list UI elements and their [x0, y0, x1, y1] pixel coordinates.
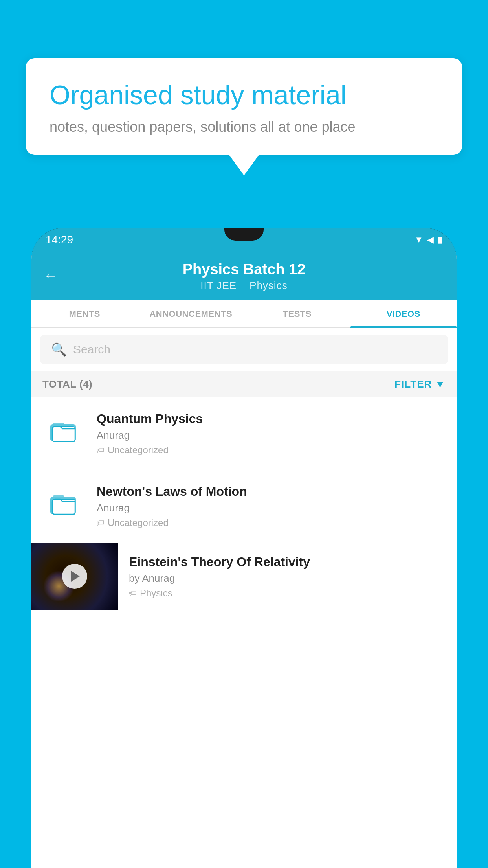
status-bar: 14:29 ▼ ◀ ▮	[31, 228, 457, 252]
video-title: Newton's Laws of Motion	[97, 484, 446, 499]
wifi-icon: ▼	[415, 235, 423, 245]
video-title: Einstein's Theory Of Relativity	[129, 555, 446, 569]
video-thumbnail	[31, 543, 118, 610]
phone-screen: ← Physics Batch 12 IIT JEE Physics MENTS…	[31, 252, 457, 868]
tag-icon: 🏷	[97, 519, 105, 528]
video-tag: 🏷 Uncategorized	[97, 445, 446, 456]
search-input[interactable]: Search	[73, 343, 110, 356]
video-list: Quantum Physics Anurag 🏷 Uncategorized	[31, 397, 457, 611]
status-time: 14:29	[46, 234, 73, 246]
hero-card: Organised study material notes, question…	[26, 58, 462, 175]
search-bar-wrapper: 🔍 Search	[31, 328, 457, 371]
video-title: Quantum Physics	[97, 412, 446, 426]
tag-icon: 🏷	[97, 446, 105, 455]
svg-rect-2	[53, 423, 64, 424]
filter-label: FILTER	[394, 378, 432, 390]
video-info: Einstein's Theory Of Relativity by Anura…	[129, 543, 446, 611]
tag-label: Uncategorized	[108, 517, 169, 528]
svg-rect-5	[53, 495, 64, 497]
video-author: Anurag	[97, 429, 446, 441]
list-item[interactable]: Einstein's Theory Of Relativity by Anura…	[31, 543, 457, 611]
total-count: TOTAL (4)	[42, 378, 92, 390]
video-info: Newton's Laws of Motion Anurag 🏷 Uncateg…	[97, 484, 446, 528]
hero-heading: Organised study material	[50, 79, 438, 110]
video-author: Anurag	[97, 502, 446, 514]
back-button[interactable]: ←	[43, 267, 58, 284]
hero-subtext: notes, question papers, solutions all at…	[50, 119, 438, 135]
subtitle-tag2: Physics	[250, 280, 288, 291]
page-title: Physics Batch 12	[183, 261, 306, 278]
video-tag: 🏷 Uncategorized	[97, 517, 446, 528]
search-icon: 🔍	[51, 342, 67, 357]
list-item[interactable]: Newton's Laws of Motion Anurag 🏷 Uncateg…	[31, 470, 457, 543]
subtitle-tag1: IIT JEE	[200, 280, 237, 291]
tab-videos[interactable]: VIDEOS	[350, 300, 457, 327]
folder-thumbnail	[42, 484, 86, 520]
video-tag: 🏷 Physics	[129, 588, 446, 599]
speech-bubble-tail	[229, 155, 259, 175]
folder-thumbnail	[42, 412, 86, 447]
tab-bar: MENTS ANNOUNCEMENTS TESTS VIDEOS	[31, 300, 457, 328]
status-icons: ▼ ◀ ▮	[415, 235, 442, 245]
page-subtitle: IIT JEE Physics	[200, 280, 287, 292]
tag-label: Uncategorized	[108, 445, 169, 456]
video-author: by Anurag	[129, 572, 446, 585]
video-info: Quantum Physics Anurag 🏷 Uncategorized	[97, 412, 446, 456]
filter-button[interactable]: FILTER ▼	[394, 378, 446, 390]
tab-tests[interactable]: TESTS	[244, 300, 350, 327]
search-bar[interactable]: 🔍 Search	[40, 335, 448, 364]
phone-frame: 14:29 ▼ ◀ ▮ ← Physics Batch 12 IIT JEE P…	[31, 228, 457, 868]
filter-icon: ▼	[435, 378, 446, 390]
tab-ments[interactable]: MENTS	[31, 300, 138, 327]
notch	[224, 228, 264, 241]
play-icon	[71, 571, 80, 582]
play-button[interactable]	[62, 564, 87, 589]
signal-icon: ◀	[427, 235, 434, 245]
tab-announcements[interactable]: ANNOUNCEMENTS	[138, 300, 244, 327]
tag-icon: 🏷	[129, 589, 137, 598]
battery-icon: ▮	[438, 235, 442, 245]
filter-row: TOTAL (4) FILTER ▼	[31, 371, 457, 397]
app-header: ← Physics Batch 12 IIT JEE Physics	[31, 252, 457, 300]
tag-label: Physics	[140, 588, 172, 599]
list-item[interactable]: Quantum Physics Anurag 🏷 Uncategorized	[31, 397, 457, 470]
